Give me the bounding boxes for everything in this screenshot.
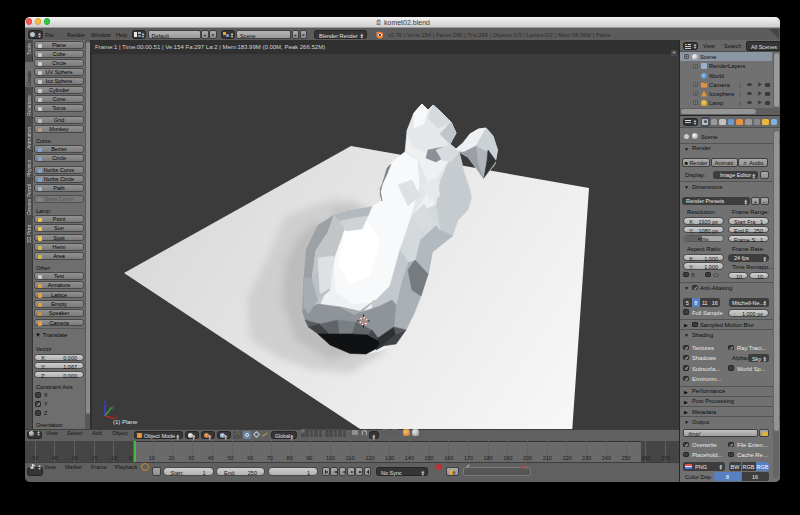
svg-text:z: z bbox=[104, 400, 107, 405]
svg-text:y: y bbox=[112, 405, 115, 410]
svg-text:(1) Plane: (1) Plane bbox=[113, 419, 138, 425]
